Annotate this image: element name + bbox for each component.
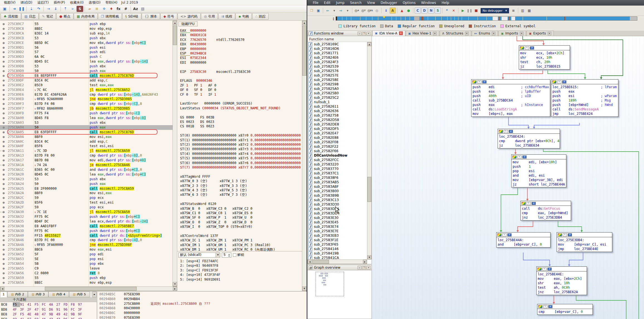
search-text-icon[interactable]: ◎T [360, 8, 367, 14]
lock-checkbox[interactable] [233, 253, 236, 257]
function-list-item[interactable]: fsub_27582758 [308, 113, 367, 118]
node-collapse-icon[interactable]: ⇄ [532, 202, 536, 205]
breakpoint-gutter[interactable]: ● [0, 116, 7, 120]
dump-tab-内存 5[interactable]: ▥内存 5 [69, 291, 90, 297]
function-list-item[interactable]: fsub_275825A0 [308, 86, 367, 91]
lock-icon[interactable]: A [390, 8, 396, 14]
node-titlebar[interactable]: ✎⇄ [537, 304, 593, 309]
register-line[interactable] [180, 110, 301, 115]
register-line[interactable]: ESP 00294BC8 [180, 51, 301, 56]
breakpoint-gutter[interactable]: ● [0, 229, 7, 233]
tab-imports[interactable]: ▣Imports✕ [498, 31, 526, 36]
disasm-row[interactable]: ●275C8A25E8 2F000000call mscomctl.275C8A… [0, 186, 177, 191]
node-color-icon[interactable] [552, 80, 556, 83]
disasm-row[interactable]: ●275C8A32FF75 0Cpush dword ptr ss:[ebp+C… [0, 214, 177, 219]
node-edit-icon[interactable]: ✎ [543, 305, 547, 308]
node-titlebar[interactable]: ✎⇄ [551, 80, 618, 84]
function-list-item[interactable]: fsub_27583ABF [308, 184, 367, 189]
functions-hscrollbar[interactable]: ◀ ▶ [308, 259, 367, 264]
data-icon[interactable]: D [421, 8, 427, 14]
tab-close-icon[interactable]: ✕ [399, 31, 403, 35]
disasm-row[interactable]: ●275C8A0353push ebx [0, 120, 177, 125]
breakpoint-gutter[interactable]: ● [0, 214, 7, 219]
register-line[interactable]: EBP 00000000 [180, 47, 301, 51]
dump-row[interactable]: BD84F3F2F4791D69196FC3F [0, 307, 97, 312]
breakpoint-gutter[interactable]: ● [0, 219, 7, 224]
close-icon[interactable]: ✕ [367, 32, 370, 35]
name-icon[interactable]: N [428, 8, 434, 14]
breakpoint-gutter[interactable]: ● [0, 139, 7, 144]
breakpoint-gutter[interactable]: ● [0, 120, 7, 125]
breakpoint-gutter[interactable]: ● [0, 83, 7, 88]
graph-node-n-e3db4[interactable]: ✎⇄loc_275E3DB4:mov [ebp+var_C], esijmp l… [557, 232, 612, 252]
function-list-item[interactable]: fsub_2758257E [308, 73, 367, 78]
dump-tab-1[interactable]: 1 [0, 291, 7, 297]
register-line[interactable]: CF 0 TF 1 IF 1 [180, 92, 301, 97]
breakpoint-gutter[interactable]: ● [0, 257, 7, 261]
breakpoint-gutter[interactable]: ● [0, 31, 7, 36]
forward-dropdown-icon[interactable]: ▾ [345, 8, 351, 14]
disasm-row[interactable]: ●275C8A008D45 F8lea eax,dword ptr ss:[eb… [0, 116, 177, 120]
register-line[interactable] [180, 97, 301, 101]
function-list-item[interactable]: fsub_27583D30 [308, 202, 367, 207]
scroll-down-icon[interactable]: ▼ [302, 286, 306, 291]
disasm-row[interactable]: ●275C89DF83C4 0Cadd esp,C [0, 78, 177, 83]
search-address-icon[interactable]: ◎# [354, 8, 360, 14]
function-list-item[interactable]: fsub_27583F1E [308, 238, 367, 242]
function-list-item[interactable]: fsub_27582D58 [308, 118, 367, 122]
register-line[interactable]: ST(0) 0000000000000000000000 x87r0 0.000… [180, 133, 301, 138]
register-line[interactable]: GS 0000 FS 003B [180, 115, 301, 120]
node-edit-icon[interactable]: ✎ [542, 268, 547, 271]
register-line[interactable]: x87SW_SF 0 x87SW_P 1 x87SW_U 0 [180, 215, 301, 220]
function-list-item[interactable]: fsub_275837C1 [308, 171, 367, 175]
dump-tab-内存 2[interactable]: ▥内存 2 [7, 291, 28, 297]
breakpoint-gutter[interactable]: ● [0, 186, 7, 191]
scroll-thumb[interactable] [45, 287, 137, 291]
graph-view[interactable]: ✎⇄mov ecx, [ebx+2Ch]shr ecx, 10htest ch,… [372, 36, 644, 319]
restore-icon[interactable]: ▫ [358, 266, 362, 269]
register-line[interactable]: x87CW_IC 1 x87CW_ZM 1 x87CW_PM 1 [180, 238, 301, 243]
node-titlebar[interactable]: ✎⇄ [537, 267, 587, 271]
breakpoint-gutter[interactable]: ● [0, 205, 7, 210]
function-list-item[interactable]: fsub_27582FCC [308, 158, 367, 162]
register-line[interactable] [180, 197, 301, 202]
node-titlebar[interactable]: ✎⇄ [471, 80, 550, 84]
register-line[interactable]: ECX 77626570 ntdll.77626570 [180, 38, 301, 42]
disasm-row[interactable]: ●275C8A2450push eax [0, 182, 177, 186]
breakpoint-gutter[interactable]: ● [0, 182, 7, 186]
tab-ida-view-a[interactable]: ▣IDA View-A✕ [372, 30, 405, 36]
disasm-row[interactable]: ●275C8A55C9leave [0, 266, 177, 271]
register-line[interactable]: ST(2) 0000000000000000000000 x87r2 0.000… [180, 142, 301, 147]
register-line[interactable]: ES 0023 DS 0023 [180, 120, 301, 124]
run-to-user-icon[interactable]: ➢ [69, 6, 76, 12]
function-list-item[interactable]: fsub_27583EB3 [308, 233, 367, 238]
tab-enums[interactable]: ≔Enums✕ [472, 31, 498, 36]
back-dropdown-icon[interactable]: ▾ [331, 8, 337, 14]
breakpoint-gutter[interactable]: ● [0, 64, 7, 69]
disasm-hscrollbar[interactable]: ◀ ▶ [0, 286, 177, 291]
breakpoint-gutter[interactable]: ● [0, 177, 7, 182]
register-line[interactable]: x87StatusWord 0120 [180, 202, 301, 206]
dump-row[interactable]: BF8034197934A4343D63F43 [0, 317, 97, 319]
back-icon[interactable]: ⇦ [325, 8, 331, 14]
disasm-row[interactable]: ●275C8A358D4F DClea ecx,dword ptr ds:[ed… [0, 219, 177, 224]
disasm-row[interactable]: ●275C8A0C83C4 0Cadd esp,C [0, 139, 177, 144]
band-scroll-icons[interactable]: ▲▼ [332, 16, 335, 21]
breakpoint-gutter[interactable]: ● [0, 252, 7, 257]
debug-stop-icon[interactable]: ■ [473, 8, 479, 14]
disasm-row[interactable]: ●275C89D853push ebx [0, 64, 177, 69]
graph-node-n-be44a[interactable]: ✎⇄loc_275BE44A:and [ebp+var_C], 0 [496, 232, 550, 248]
register-line[interactable]: x87TW_4 3 (空) x87TW_5 3 (空) [180, 188, 301, 192]
debug-attach-icon[interactable]: ≡ [510, 8, 517, 14]
node-color-icon[interactable] [558, 233, 562, 236]
disasm-row[interactable]: ●275C89CE8B5D 0Cmov ebx,dword ptr ss:[eb… [0, 41, 177, 45]
menu-item-debugger[interactable]: Debugger [378, 1, 400, 5]
function-list-item[interactable]: fsub_27582F08 [308, 140, 367, 144]
window-icon[interactable]: ▤ [139, 6, 146, 12]
string-icon[interactable]: S [435, 8, 441, 14]
stack-arg-line[interactable]: 3: [esp+C] FD913F3F [180, 268, 218, 273]
register-line[interactable]: LastStatus C0000034 (STATUS_OBJECT_NAME_… [180, 106, 301, 110]
disasm-row[interactable]: ●275C89D156push esi [0, 45, 177, 50]
register-line[interactable] [180, 74, 301, 78]
register-line[interactable]: ST(4) 0000000000000000000000 x87r4 0.000… [180, 152, 301, 156]
